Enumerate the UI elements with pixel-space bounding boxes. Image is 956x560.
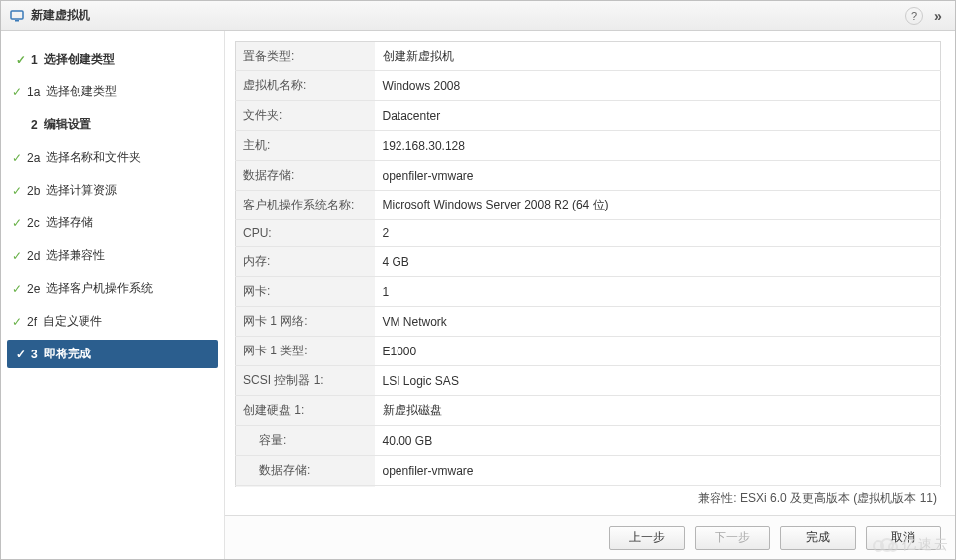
check-icon: ✓ <box>7 282 27 296</box>
step-number: 2b <box>27 184 40 198</box>
summary-key: 置备类型: <box>236 42 375 71</box>
summary-row: 客户机操作系统名称:Microsoft Windows Server 2008 … <box>236 191 941 220</box>
summary-value: 创建新虚拟机 <box>375 42 941 71</box>
svg-rect-0 <box>11 11 23 19</box>
summary-key: 网卡 1 网络: <box>236 307 375 337</box>
summary-key: SCSI 控制器 1: <box>236 366 375 396</box>
summary-key: CPU: <box>236 220 375 247</box>
help-button[interactable]: ? <box>905 7 923 25</box>
check-icon: ✓ <box>7 184 27 198</box>
summary-value: openfiler-vmware <box>375 161 941 191</box>
check-icon: ✓ <box>7 151 27 165</box>
window-title: 新建虚拟机 <box>31 7 90 24</box>
summary-key: 数据存储: <box>236 161 375 191</box>
step-label: 选择客户机操作系统 <box>46 280 153 297</box>
summary-value: Windows 2008 <box>375 71 941 101</box>
wizard-footer: 上一步 下一步 完成 取消 <box>225 515 955 559</box>
summary-row: 容量:40.00 GB <box>236 426 941 456</box>
summary-value: 新虚拟磁盘 <box>375 396 941 426</box>
check-icon: ✓ <box>11 53 31 67</box>
summary-value: LSI Logic SAS <box>375 366 941 396</box>
wizard-step-1a[interactable]: ✓1a选择创建类型 <box>7 77 218 106</box>
summary-value: E1000 <box>375 337 941 366</box>
summary-row: 网卡:1 <box>236 277 941 307</box>
summary-key: 客户机操作系统名称: <box>236 191 375 220</box>
vm-icon <box>9 8 25 24</box>
summary-row: 主机:192.168.30.128 <box>236 131 941 161</box>
wizard-step-3[interactable]: ✓3即将完成 <box>7 340 218 368</box>
summary-key: 主机: <box>236 131 375 161</box>
wizard-step-2c[interactable]: ✓2c选择存储 <box>7 209 218 237</box>
wizard-step-2e[interactable]: ✓2e选择客户机操作系统 <box>7 274 218 303</box>
check-icon: ✓ <box>7 315 27 329</box>
next-button[interactable]: 下一步 <box>695 526 770 550</box>
summary-value: 40.00 GB <box>375 426 941 456</box>
summary-row: 数据存储:openfiler-vmware <box>236 161 941 191</box>
content-area: 置备类型:创建新虚拟机虚拟机名称:Windows 2008文件夹:Datacen… <box>225 31 955 559</box>
check-icon: ✓ <box>7 216 27 230</box>
summary-value: openfiler-vmware <box>375 456 941 486</box>
summary-key: 网卡 1 类型: <box>236 337 375 366</box>
step-number: 1a <box>27 85 40 99</box>
summary-row: 创建硬盘 1:新虚拟磁盘 <box>236 396 941 426</box>
summary-key: 创建硬盘 1: <box>236 396 375 426</box>
step-number: 3 <box>31 348 38 361</box>
titlebar: 新建虚拟机 ? » <box>1 1 955 31</box>
summary-value: Microsoft Windows Server 2008 R2 (64 位) <box>375 191 941 220</box>
wizard-step-2f[interactable]: ✓2f自定义硬件 <box>7 307 218 336</box>
summary-key: 文件夹: <box>236 101 375 131</box>
wizard-step-2b[interactable]: ✓2b选择计算资源 <box>7 176 218 205</box>
check-icon: ✓ <box>7 249 27 263</box>
wizard-step-1[interactable]: ✓1选择创建类型 <box>7 45 218 73</box>
summary-row: 网卡 1 类型:E1000 <box>236 337 941 366</box>
step-label: 选择创建类型 <box>44 51 115 68</box>
summary-value: Datacenter <box>375 101 941 131</box>
summary-table: 置备类型:创建新虚拟机虚拟机名称:Windows 2008文件夹:Datacen… <box>235 41 941 487</box>
summary-key: 容量: <box>236 426 375 456</box>
step-label: 选择兼容性 <box>46 247 105 264</box>
summary-key: 网卡: <box>236 277 375 307</box>
step-number: 2e <box>27 282 40 296</box>
step-label: 即将完成 <box>44 346 91 362</box>
summary-key: 内存: <box>236 247 375 277</box>
wizard-step-2a[interactable]: ✓2a选择名称和文件夹 <box>7 143 218 172</box>
step-number: 2d <box>27 249 40 263</box>
step-number: 2 <box>31 118 38 132</box>
step-label: 选择名称和文件夹 <box>46 149 141 166</box>
step-number: 2c <box>27 216 40 230</box>
cancel-button[interactable]: 取消 <box>866 526 941 550</box>
summary-value: 192.168.30.128 <box>375 131 941 161</box>
summary-row: 虚拟机名称:Windows 2008 <box>236 71 941 101</box>
step-number: 1 <box>31 53 38 67</box>
summary-key: 数据存储: <box>236 456 375 486</box>
check-icon: ✓ <box>7 85 27 99</box>
step-number: 2f <box>27 315 37 329</box>
compatibility-text: 兼容性: ESXi 6.0 及更高版本 (虚拟机版本 11) <box>225 487 955 515</box>
summary-row: 数据存储:openfiler-vmware <box>236 456 941 486</box>
back-button[interactable]: 上一步 <box>609 526 685 550</box>
step-label: 选择创建类型 <box>46 83 117 100</box>
summary-row: 网卡 1 网络:VM Network <box>236 307 941 337</box>
wizard-step-2[interactable]: 2编辑设置 <box>7 110 218 139</box>
summary-row: 内存:4 GB <box>236 247 941 277</box>
step-label: 选择计算资源 <box>46 182 117 199</box>
summary-row: 文件夹:Datacenter <box>236 101 941 131</box>
summary-value: 1 <box>375 277 941 307</box>
summary-value: 4 GB <box>375 247 941 277</box>
summary-value: VM Network <box>375 307 941 337</box>
summary-row: SCSI 控制器 1:LSI Logic SAS <box>236 366 941 396</box>
summary-value: 2 <box>375 220 941 247</box>
new-vm-dialog: 新建虚拟机 ? » ✓1选择创建类型✓1a选择创建类型2编辑设置✓2a选择名称和… <box>0 0 956 560</box>
fastforward-button[interactable]: » <box>929 7 947 25</box>
step-label: 编辑设置 <box>44 116 91 133</box>
summary-row: CPU:2 <box>236 220 941 247</box>
svg-rect-1 <box>15 20 19 22</box>
step-number: 2a <box>27 151 40 165</box>
step-label: 自定义硬件 <box>43 313 102 330</box>
wizard-step-2d[interactable]: ✓2d选择兼容性 <box>7 241 218 270</box>
step-label: 选择存储 <box>46 214 93 231</box>
check-icon: ✓ <box>11 348 31 361</box>
wizard-sidebar: ✓1选择创建类型✓1a选择创建类型2编辑设置✓2a选择名称和文件夹✓2b选择计算… <box>1 31 225 559</box>
summary-key: 虚拟机名称: <box>236 71 375 101</box>
finish-button[interactable]: 完成 <box>780 526 856 550</box>
